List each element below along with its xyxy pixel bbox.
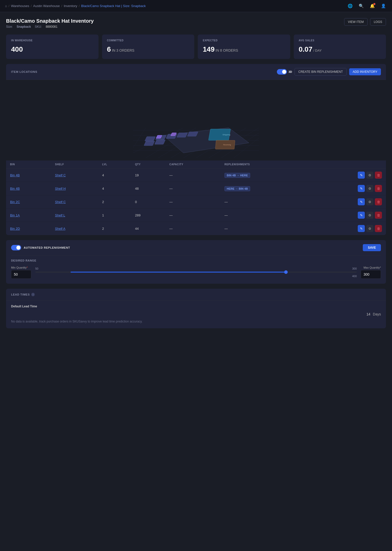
edit-button-2[interactable]: ✎ bbox=[358, 198, 365, 205]
logs-button[interactable]: LOGS bbox=[370, 18, 386, 26]
config-button-2[interactable]: ⚙ bbox=[366, 198, 373, 205]
3d-toggle-wrap[interactable]: 3D bbox=[277, 69, 292, 75]
table-row: Bin 2D Shelf A 2 44 — — ✎ ⚙ 🗑 bbox=[6, 222, 386, 235]
slider-end-label: 400 bbox=[352, 275, 357, 278]
shelf-link-4[interactable]: Shelf A bbox=[55, 227, 65, 231]
col-lvl: LVL bbox=[98, 160, 131, 169]
globe-icon[interactable]: 🌐 bbox=[347, 3, 354, 10]
lead-times-info-icon[interactable]: i bbox=[31, 293, 35, 296]
3d-toggle-label: 3D bbox=[288, 70, 292, 73]
svg-line-14 bbox=[133, 128, 146, 148]
config-button-3[interactable]: ⚙ bbox=[366, 212, 373, 219]
config-button-1[interactable]: ⚙ bbox=[366, 185, 373, 192]
min-quantity-label: Min Quantity* bbox=[11, 266, 31, 269]
automated-replenishment-toggle[interactable] bbox=[11, 245, 21, 250]
delete-button-2[interactable]: 🗑 bbox=[375, 198, 382, 205]
svg-rect-21 bbox=[144, 141, 155, 146]
replenishment-empty: — bbox=[224, 213, 228, 217]
automated-replenishment-toggle-row: AUTOMATED REPLENISHMENT bbox=[11, 245, 70, 250]
sku-label: SKU: bbox=[35, 25, 42, 28]
breadcrumb-inventory[interactable]: Inventory bbox=[64, 4, 77, 8]
table-row: Bin 2C Shelf C 2 0 — — ✎ ⚙ 🗑 bbox=[6, 195, 386, 209]
save-button[interactable]: SAVE bbox=[363, 244, 381, 251]
create-bin-replenishment-button[interactable]: CREATE BIN REPLENISHMENT bbox=[295, 68, 346, 76]
user-icon[interactable]: 👤 bbox=[380, 3, 387, 10]
bell-badge bbox=[373, 3, 375, 5]
item-locations-title: ITEM LOCATIONS bbox=[11, 70, 37, 73]
slider-track[interactable] bbox=[35, 272, 357, 273]
replenishment-cell-4: — bbox=[220, 222, 305, 235]
slider-fill bbox=[71, 272, 286, 273]
config-button-4[interactable]: ⚙ bbox=[366, 225, 373, 232]
lead-times-header: LEAD TIMES i bbox=[6, 289, 386, 301]
edit-button-0[interactable]: ✎ bbox=[358, 172, 365, 179]
capacity-cell-3: — bbox=[165, 209, 220, 222]
bell-icon[interactable]: 🔔 bbox=[369, 3, 376, 10]
qty-cell-0: 19 bbox=[131, 169, 165, 182]
delete-button-0[interactable]: 🗑 bbox=[375, 172, 382, 179]
stat-avg-sales: AVG SALES 0.07 / DAY bbox=[294, 35, 386, 59]
shelf-link-0[interactable]: Shelf C bbox=[55, 173, 66, 177]
desired-range-section: DESIRED RANGE Min Quantity* 50 300 bbox=[6, 255, 386, 284]
breadcrumb: ⌂ / Warehouses / Austin Warehouse / Inve… bbox=[5, 4, 146, 8]
row-actions-4: ✎ ⚙ 🗑 bbox=[309, 225, 382, 232]
col-shelf: SHELF bbox=[51, 160, 98, 169]
bin-link-2[interactable]: Bin 2C bbox=[10, 200, 20, 204]
col-bin: BIN bbox=[6, 160, 51, 169]
min-quantity-input[interactable] bbox=[11, 270, 31, 279]
warehouse-map: Shipping Receiving bbox=[6, 80, 386, 160]
bin-link-0[interactable]: Bin 4B bbox=[10, 173, 20, 177]
edit-button-1[interactable]: ✎ bbox=[358, 185, 365, 192]
bins-table: BIN SHELF LVL QTY CAPACITY REPLENISHMENT… bbox=[6, 160, 386, 235]
sku-value: 8880081 bbox=[46, 25, 57, 28]
min-quantity-field: Min Quantity* bbox=[11, 266, 31, 279]
config-button-0[interactable]: ⚙ bbox=[366, 172, 373, 179]
table-row: Bin 4B Shelf C 4 19 — BIN 4B → HERE ✎ ⚙ … bbox=[6, 169, 386, 182]
max-quantity-field: Max Quantity* bbox=[361, 266, 381, 279]
bin-link-4[interactable]: Bin 2D bbox=[10, 227, 20, 231]
slider-thumb[interactable] bbox=[284, 270, 288, 274]
lead-time-unit: Days bbox=[373, 312, 381, 316]
capacity-cell-0: — bbox=[165, 169, 220, 182]
3d-toggle[interactable] bbox=[277, 69, 287, 75]
add-inventory-button[interactable]: ADD INVENTORY bbox=[349, 68, 381, 75]
breadcrumb-warehouses[interactable]: Warehouses bbox=[11, 4, 29, 8]
max-quantity-input[interactable] bbox=[361, 270, 381, 279]
edit-button-3[interactable]: ✎ bbox=[358, 212, 365, 219]
stat-committed-value: 6 IN 3 ORDERS bbox=[107, 45, 189, 53]
lead-time-note: No data is available, track purchase ord… bbox=[11, 320, 381, 323]
row-actions-1: ✎ ⚙ 🗑 bbox=[309, 185, 382, 192]
replenishment-empty: — bbox=[224, 227, 228, 231]
svg-text:Shipping: Shipping bbox=[222, 134, 230, 136]
replenishment-empty: — bbox=[224, 200, 228, 204]
max-quantity-label: Max Quantity* bbox=[364, 266, 381, 269]
search-icon[interactable]: 🔍 bbox=[358, 3, 365, 10]
automated-replenishment-label: AUTOMATED REPLENISHMENT bbox=[24, 246, 70, 249]
shelf-link-2[interactable]: Shelf C bbox=[55, 200, 66, 204]
size-label: Size: bbox=[6, 25, 13, 28]
bin-link-3[interactable]: Bin 1A bbox=[10, 213, 20, 217]
delete-button-3[interactable]: 🗑 bbox=[375, 212, 382, 219]
view-item-button[interactable]: VIEW ITEM bbox=[344, 18, 368, 26]
svg-text:Receiving: Receiving bbox=[223, 144, 231, 146]
shelf-link-1[interactable]: Shelf H bbox=[55, 187, 66, 190]
shelf-link-3[interactable]: Shelf L bbox=[55, 213, 65, 217]
breadcrumb-austin-warehouse[interactable]: Austin Warehouse bbox=[33, 4, 60, 8]
table-row: Bin 1A Shelf L 1 289 — — ✎ ⚙ 🗑 bbox=[6, 209, 386, 222]
lead-time-row: 14 Days bbox=[11, 312, 381, 316]
capacity-cell-1: — bbox=[165, 182, 220, 195]
stat-expected-label: EXPECTED bbox=[203, 39, 285, 42]
bin-link-1[interactable]: Bin 4B bbox=[10, 187, 20, 190]
stat-in-warehouse-label: IN WAREHOUSE bbox=[11, 39, 93, 42]
slider-bottom-labels: 400 bbox=[35, 275, 357, 278]
delete-button-1[interactable]: 🗑 bbox=[375, 185, 382, 192]
page-subtitle: Size: Snapback SKU: 8880081 bbox=[6, 25, 94, 28]
table-header-row: BIN SHELF LVL QTY CAPACITY REPLENISHMENT… bbox=[6, 160, 386, 169]
home-icon[interactable]: ⌂ bbox=[5, 4, 7, 8]
range-slider-wrap: 50 300 400 bbox=[35, 267, 357, 279]
edit-button-4[interactable]: ✎ bbox=[358, 225, 365, 232]
delete-button-4[interactable]: 🗑 bbox=[375, 225, 382, 232]
lvl-cell-4: 2 bbox=[98, 222, 131, 235]
col-qty: QTY bbox=[131, 160, 165, 169]
capacity-cell-2: — bbox=[165, 195, 220, 209]
